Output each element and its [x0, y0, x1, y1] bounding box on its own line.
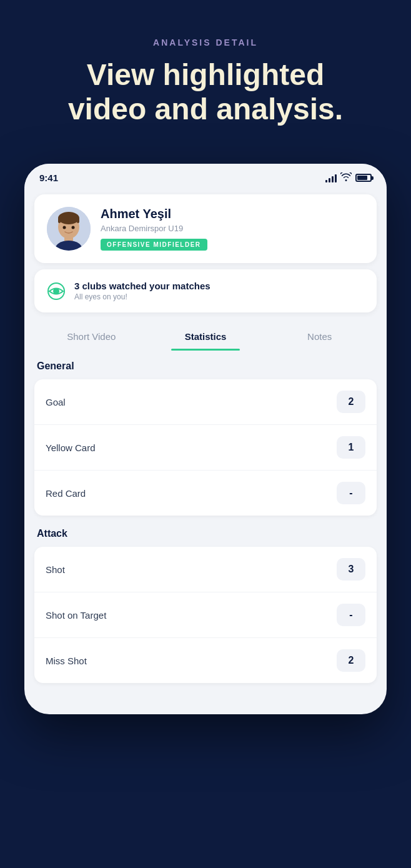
tab-statistics[interactable]: Statistics [149, 322, 263, 351]
content-area: General Goal 2 Yellow Card 1 Red Card - … [24, 361, 387, 683]
stat-label-red-card: Red Card [46, 488, 86, 499]
hero-title-line1: View highlighted [87, 58, 324, 91]
stat-label-miss-shot: Miss Shot [46, 656, 87, 666]
stat-label-yellow-card: Yellow Card [46, 442, 96, 453]
player-club: Ankara Demirspor U19 [101, 224, 364, 233]
avatar [47, 207, 91, 251]
stat-label-goal: Goal [46, 397, 66, 407]
table-row: Shot on Target - [34, 592, 377, 638]
wifi-icon [340, 172, 352, 183]
stat-value-miss-shot: 2 [337, 649, 365, 672]
stat-label-shot-on-target: Shot on Target [46, 610, 106, 621]
tab-short-video[interactable]: Short Video [34, 322, 149, 351]
svg-rect-5 [58, 218, 61, 223]
hero-title: View highlighted video and analysis. [25, 57, 386, 126]
svg-rect-6 [77, 218, 79, 223]
stat-value-yellow-card: 1 [337, 436, 365, 459]
player-info: Ahmet Yeşil Ankara Demirspor U19 OFFENSI… [101, 207, 364, 251]
stat-value-shot-on-target: - [337, 604, 365, 626]
attack-section-title: Attack [37, 528, 374, 539]
player-card: Ahmet Yeşil Ankara Demirspor U19 OFFENSI… [34, 194, 377, 263]
general-section-title: General [37, 361, 374, 372]
eye-icon [47, 282, 66, 301]
table-row: Goal 2 [34, 379, 377, 425]
tabs-bar: Short Video Statistics Notes [24, 322, 387, 351]
stat-value-shot: 3 [337, 558, 365, 581]
table-row: Shot 3 [34, 547, 377, 592]
svg-point-7 [63, 226, 66, 229]
stat-value-goal: 2 [337, 391, 365, 413]
hero-section: ANALYSIS DETAIL View highlighted video a… [0, 0, 411, 151]
general-stats-card: Goal 2 Yellow Card 1 Red Card - [34, 379, 377, 516]
status-icons [325, 172, 372, 183]
attack-stats-card: Shot 3 Shot on Target - Miss Shot 2 [34, 547, 377, 683]
signal-icon [325, 174, 337, 182]
stat-value-red-card: - [337, 482, 365, 504]
table-row: Red Card - [34, 471, 377, 516]
club-watch-title: 3 clubs watched your matches [74, 281, 210, 291]
table-row: Yellow Card 1 [34, 425, 377, 471]
svg-point-8 [72, 226, 75, 229]
player-name: Ahmet Yeşil [101, 207, 364, 221]
status-bar: 9:41 [24, 164, 387, 188]
analysis-label: ANALYSIS DETAIL [25, 37, 386, 47]
battery-icon [355, 174, 372, 182]
club-watch-card: 3 clubs watched your matches All eyes on… [34, 269, 377, 312]
position-badge: OFFENSIVE MIDFIELDER [101, 239, 207, 251]
club-watch-text: 3 clubs watched your matches All eyes on… [74, 281, 210, 301]
svg-point-4 [58, 212, 79, 224]
club-watch-subtitle: All eyes on you! [74, 292, 210, 301]
table-row: Miss Shot 2 [34, 638, 377, 683]
stat-label-shot: Shot [46, 564, 65, 575]
phone-frame: 9:41 [24, 164, 387, 714]
hero-title-line2: video and analysis. [68, 92, 343, 126]
tab-notes[interactable]: Notes [262, 322, 377, 351]
status-time: 9:41 [39, 172, 58, 183]
